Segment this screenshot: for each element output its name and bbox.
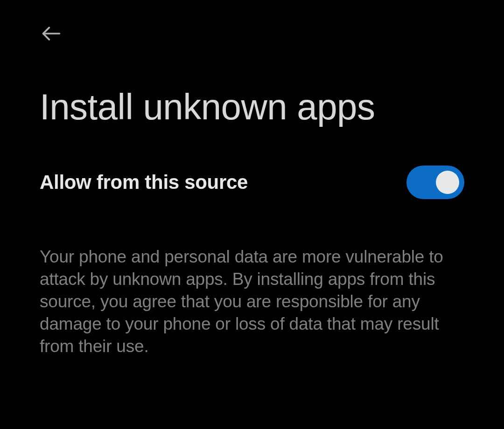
toggle-thumb xyxy=(436,171,459,194)
warning-text: Your phone and personal data are more vu… xyxy=(40,246,464,358)
toggle-allow-source[interactable] xyxy=(406,166,464,199)
back-button[interactable] xyxy=(40,22,62,45)
setting-label: Allow from this source xyxy=(40,171,248,194)
back-arrow-icon xyxy=(41,23,61,44)
page-title: Install unknown apps xyxy=(40,86,464,128)
header xyxy=(40,0,464,63)
setting-allow-source[interactable]: Allow from this source xyxy=(40,166,464,199)
